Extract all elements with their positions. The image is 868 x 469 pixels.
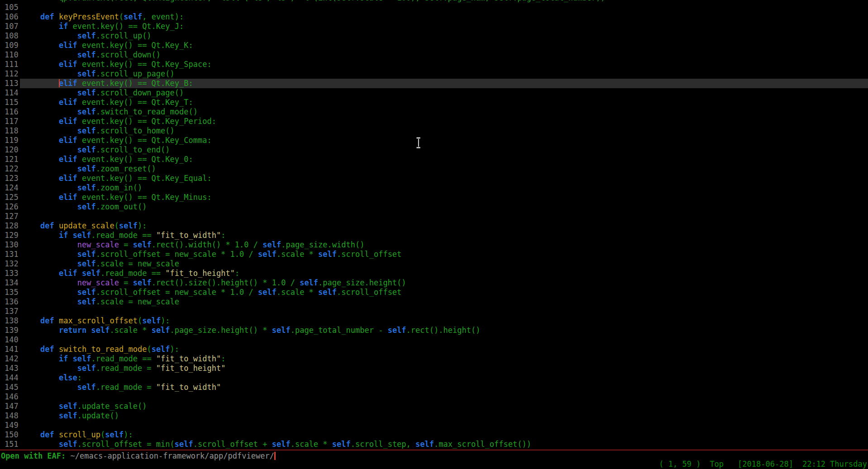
line-number: 123 [5, 174, 19, 183]
code-line-128[interactable]: 128 def update_scale(self): [0, 221, 868, 231]
code-text: elif event.key() == Qt.Key_Minus: [22, 193, 212, 202]
code-line-111[interactable]: 111 elif event.key() == Qt.Key_Space: [0, 60, 868, 69]
code-line-139[interactable]: 139 return self.scale * self.page_size.h… [0, 326, 868, 335]
code-text: self.update_scale() [22, 402, 147, 411]
code-line-122[interactable]: 122 self.zoom_reset() [0, 164, 868, 174]
status-line: ( 1, 59 )Top[2018-06-28]22:12Thursday [659, 459, 867, 469]
code-text: self.zoom_in() [22, 183, 142, 193]
line-number: 126 [5, 202, 19, 212]
code-line-148[interactable]: 148 self.update() [0, 411, 868, 421]
line-number: 129 [5, 231, 19, 240]
code-line-147[interactable]: 147 self.update_scale() [0, 402, 868, 411]
minibuffer-input[interactable]: ~/emacs-application-framework/app/pdfvie… [71, 451, 274, 460]
line-number: 125 [5, 193, 19, 202]
line-number: 116 [5, 107, 19, 117]
line-number: 141 [5, 345, 19, 354]
line-number: 140 [5, 335, 19, 345]
line-number: 150 [5, 430, 19, 440]
status-date: [2018-06-28] [738, 460, 793, 469]
code-text: self.read_mode = "fit_to_width" [22, 383, 221, 392]
minibuffer-prompt: Open with EAF: [1, 451, 71, 460]
code-text: elif event.key() == Qt.Key_B: [22, 79, 193, 88]
line-number: 108 [5, 31, 19, 41]
code-line-120[interactable]: 120 self.scroll_to_end() [0, 145, 868, 155]
code-line-124[interactable]: 124 self.zoom_in() [0, 183, 868, 193]
line-number: 143 [5, 364, 19, 373]
code-line-119[interactable]: 119 elif event.key() == Qt.Key_Comma: [0, 136, 868, 145]
code-line-105[interactable]: 105 [0, 3, 868, 12]
line-number: 120 [5, 145, 19, 155]
status-time: 22:12 [802, 460, 825, 469]
code-line-108[interactable]: 108 self.scroll_up() [0, 31, 868, 41]
code-line-121[interactable]: 121 elif event.key() == Qt.Key_0: [0, 155, 868, 164]
code-line-132[interactable]: 132 self.scale = new_scale [0, 259, 868, 269]
line-number: 151 [5, 440, 19, 449]
code-text: elif event.key() == Qt.Key_Comma: [22, 136, 212, 145]
line-number: 109 [5, 41, 19, 50]
line-number: 149 [5, 421, 19, 430]
code-line-115[interactable]: 115 elif event.key() == Qt.Key_T: [0, 98, 868, 107]
code-line-134[interactable]: 134 new_scale = self.rect().size().heigh… [0, 278, 868, 288]
code-line-140[interactable]: 140 [0, 335, 868, 345]
code-line-125[interactable]: 125 elif event.key() == Qt.Key_Minus: [0, 193, 868, 202]
code-line-129[interactable]: 129 if self.read_mode == "fit_to_width": [0, 231, 868, 240]
code-line-110[interactable]: 110 self.scroll_down() [0, 50, 868, 60]
code-line-144[interactable]: 144 else: [0, 373, 868, 383]
code-line-117[interactable]: 117 elif event.key() == Qt.Key_Period: [0, 117, 868, 126]
line-number: 133 [5, 269, 19, 278]
code-line-137[interactable]: 137 [0, 307, 868, 316]
code-line-130[interactable]: 130 new_scale = self.rect().width() * 1.… [0, 240, 868, 250]
code-line-141[interactable]: 141 def switch_to_read_mode(self): [0, 345, 868, 354]
code-text: def update_scale(self): [22, 221, 147, 231]
code-line-143[interactable]: 143 self.read_mode = "fit_to_height" [0, 364, 868, 373]
minibuffer[interactable]: Open with EAF: ~/emacs-application-frame… [1, 451, 276, 461]
line-number: 119 [5, 136, 19, 145]
line-number: 147 [5, 402, 19, 411]
code-line-136[interactable]: 136 self.scale = new_scale [0, 297, 868, 307]
code-text: def scroll_up(self): [22, 430, 133, 440]
line-number: 105 [5, 3, 19, 12]
code-line-106[interactable]: 106 def keyPressEvent(self, event): [0, 12, 868, 22]
code-text: if self.read_mode == "fit_to_width": [22, 354, 225, 364]
code-line-149[interactable]: 149 [0, 421, 868, 430]
code-line-127[interactable]: 127 [0, 212, 868, 221]
code-line-135[interactable]: 135 self.scroll_offset = new_scale * 1.0… [0, 288, 868, 297]
line-number: 132 [5, 259, 19, 269]
line-number: 131 [5, 250, 19, 259]
line-number: 128 [5, 221, 19, 231]
line-number: 113 [5, 79, 19, 88]
code-text: elif event.key() == Qt.Key_K: [22, 41, 193, 50]
code-line-146[interactable]: 146 [0, 392, 868, 402]
code-line-133[interactable]: 133 elif self.read_mode == "fit_to_heigh… [0, 269, 868, 278]
code-line-116[interactable]: 116 self.switch_to_read_mode() [0, 107, 868, 117]
code-line-151[interactable]: 151 self.scroll_offset = min(self.scroll… [0, 440, 868, 449]
emacs-frame: qp.drawText(rect, Qt.AlignCenter, "%s%% … [0, 0, 868, 469]
code-line-138[interactable]: 138 def max_scroll_offset(self): [0, 316, 868, 326]
code-line-118[interactable]: 118 self.scroll_to_home() [0, 126, 868, 136]
code-line-113[interactable]: 113 elif event.key() == Qt.Key_B: [0, 79, 868, 88]
code-line-150[interactable]: 150 def scroll_up(self): [0, 430, 868, 440]
code-line-131[interactable]: 131 self.scroll_offset = new_scale * 1.0… [0, 250, 868, 259]
code-line-109[interactable]: 109 elif event.key() == Qt.Key_K: [0, 41, 868, 50]
code-buffer[interactable]: qp.drawText(rect, Qt.AlignCenter, "%s%% … [0, 0, 868, 449]
code-text: elif event.key() == Qt.Key_0: [22, 155, 193, 164]
code-line-107[interactable]: 107 if event.key() == Qt.Key_J: [0, 22, 868, 31]
line-number: 127 [5, 212, 19, 221]
code-text: self.scroll_down() [22, 50, 161, 60]
code-line-126[interactable]: 126 self.zoom_out() [0, 202, 868, 212]
code-text: self.scroll_to_end() [22, 145, 170, 155]
code-text: new_scale = self.rect().width() * 1.0 / … [22, 240, 364, 250]
code-text: self.scroll_offset = new_scale * 1.0 / s… [22, 288, 401, 297]
line-number: 124 [5, 183, 19, 193]
code-text: new_scale = self.rect().size().height() … [22, 278, 406, 288]
code-text: self.zoom_out() [22, 202, 147, 212]
code-line-145[interactable]: 145 self.read_mode = "fit_to_width" [0, 383, 868, 392]
code-line-142[interactable]: 142 if self.read_mode == "fit_to_width": [0, 354, 868, 364]
line-number: 145 [5, 383, 19, 392]
line-number: 135 [5, 288, 19, 297]
code-text: self.read_mode = "fit_to_height" [22, 364, 225, 373]
code-line-112[interactable]: 112 self.scroll_up_page() [0, 69, 868, 79]
code-line-114[interactable]: 114 self.scroll_down_page() [0, 88, 868, 98]
code-text: elif event.key() == Qt.Key_Period: [22, 117, 216, 126]
code-line-123[interactable]: 123 elif event.key() == Qt.Key_Equal: [0, 174, 868, 183]
